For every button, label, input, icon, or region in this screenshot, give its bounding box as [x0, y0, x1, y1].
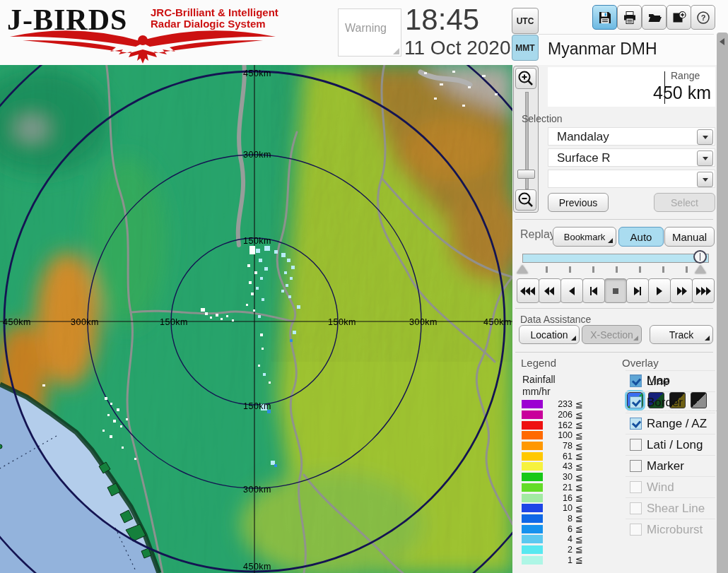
chevron-down-icon — [703, 157, 708, 160]
zoom-out-button[interactable] — [515, 189, 536, 211]
help-button[interactable]: ? — [691, 5, 715, 30]
legend-value: 206 — [543, 410, 573, 420]
station-dropdown[interactable]: Mandalay — [548, 127, 715, 146]
slider-tick — [569, 266, 571, 273]
step-forward-button[interactable] — [626, 278, 649, 303]
stop-icon — [607, 286, 624, 296]
legend-operator: ≦ — [575, 451, 583, 461]
svg-text:150km: 150km — [160, 317, 188, 327]
save-button[interactable] — [592, 5, 617, 30]
svg-text:150km: 150km — [243, 401, 271, 411]
dropdown-button[interactable] — [697, 172, 713, 187]
legend-value: 30 — [543, 472, 573, 482]
dropdown-button[interactable] — [697, 150, 713, 166]
product-dropdown[interactable]: Surface R — [548, 148, 715, 167]
fastest-rewind-button[interactable] — [517, 278, 539, 303]
warning-panel[interactable]: Warning — [338, 8, 401, 57]
eagle-logo-icon — [4, 28, 281, 64]
overlay-checkbox[interactable] — [630, 502, 642, 514]
legend-operator: ≦ — [575, 472, 583, 483]
add-image-button[interactable] — [667, 5, 691, 30]
print-button[interactable] — [617, 5, 642, 30]
radar-map[interactable]: 450km 300km 150km 150km 300km 450km 450k… — [0, 65, 512, 573]
open-folder-button[interactable] — [642, 5, 667, 30]
svg-text:300km: 300km — [71, 317, 99, 327]
legend-operator: ≦ — [575, 430, 583, 441]
step-forward-icon — [629, 286, 646, 296]
legend-value: 16 — [543, 493, 573, 503]
legend-value: 4 — [543, 534, 573, 544]
overlay-label: Range / AZ — [647, 417, 707, 431]
resize-grip-icon[interactable] — [393, 48, 399, 54]
svg-text:450km: 450km — [243, 69, 271, 78]
overlay-checkbox[interactable] — [630, 481, 642, 493]
x-section-button-label: X-Section — [590, 329, 633, 341]
mmt-button[interactable]: MMT — [512, 35, 539, 61]
help-icon: ? — [696, 11, 710, 25]
svg-text:450km: 450km — [3, 317, 31, 327]
track-button[interactable]: Track — [650, 325, 713, 344]
fastest-forward-icon — [695, 286, 712, 296]
collapse-arrow-icon[interactable] — [720, 38, 724, 45]
overlay-checkbox[interactable] — [630, 375, 642, 387]
location-button[interactable]: Location — [519, 325, 580, 344]
legend-color-swatch — [522, 556, 543, 565]
section-divider — [515, 352, 713, 353]
radar-map-canvas: 450km 300km 150km 150km 300km 450km 450k… — [0, 65, 512, 573]
utc-button[interactable]: UTC — [512, 8, 539, 34]
fast-rewind-button[interactable] — [539, 278, 561, 303]
add-image-icon — [672, 11, 686, 25]
slider-tick — [546, 266, 548, 273]
manual-mode-button[interactable]: Manual — [664, 227, 715, 247]
overlay-checkbox[interactable] — [630, 396, 642, 408]
overlay-checkbox[interactable] — [630, 418, 642, 430]
play-backward-button[interactable] — [560, 278, 583, 303]
slider-start-marker-icon[interactable] — [517, 265, 528, 273]
auto-mode-button[interactable]: Auto — [618, 227, 664, 247]
zoom-in-button[interactable] — [515, 68, 536, 89]
overlay-row: Range / AZ — [626, 413, 715, 434]
stop-button[interactable] — [604, 278, 627, 303]
overlay-checkbox[interactable] — [630, 524, 642, 536]
svg-text:150km: 150km — [243, 236, 271, 246]
play-button[interactable] — [648, 278, 671, 303]
fast-forward-button[interactable] — [670, 278, 693, 303]
toolbar-divider — [539, 34, 714, 35]
option-dropdown[interactable] — [548, 170, 715, 188]
zoom-slider-handle[interactable] — [517, 170, 535, 179]
legend-color-swatch — [522, 400, 543, 408]
overlay-checkbox[interactable] — [630, 439, 642, 451]
legend-value: 21 — [543, 483, 573, 492]
select-button[interactable]: Select — [654, 193, 715, 212]
previous-button[interactable]: Previous — [548, 193, 609, 212]
replay-slider-track[interactable] — [522, 254, 709, 263]
svg-text:300km: 300km — [243, 485, 271, 495]
legend-row: 78 ≦ — [522, 441, 606, 451]
overlay-checkbox[interactable] — [630, 460, 642, 472]
panel-collapse-strip[interactable] — [717, 33, 728, 573]
dropdown-button[interactable] — [697, 129, 713, 145]
step-backward-icon — [585, 286, 602, 296]
overlay-label: Border — [647, 396, 683, 410]
legend-color-swatch — [522, 410, 543, 419]
legend-operator: ≦ — [575, 461, 583, 472]
svg-text:150km: 150km — [328, 317, 356, 327]
slider-end-marker-icon[interactable] — [695, 265, 706, 273]
legend-unit-line1: Rainfall — [522, 374, 556, 386]
x-section-button[interactable]: X-Section — [582, 325, 642, 344]
control-panel: Range 450 km Selection Mandalay Surface … — [512, 65, 717, 573]
fastest-forward-button[interactable] — [692, 278, 715, 303]
replay-slider-thumb[interactable] — [693, 250, 707, 264]
svg-text:450km: 450km — [243, 562, 271, 572]
legend-value: 8 — [543, 514, 573, 524]
bookmark-button[interactable]: Bookmark — [553, 227, 616, 247]
step-backward-button[interactable] — [582, 278, 605, 303]
legend-row: 21 ≦ — [522, 483, 606, 493]
legend-operator: ≦ — [575, 555, 583, 565]
legend-row: 233 ≦ — [522, 399, 606, 410]
menu-corner-triangle-icon — [633, 336, 638, 341]
legend-row: 6 ≦ — [522, 524, 606, 534]
station-dropdown-value: Mandalay — [557, 130, 609, 144]
legend-row: 8 ≦ — [522, 514, 606, 524]
menu-corner-triangle-icon — [571, 336, 576, 341]
